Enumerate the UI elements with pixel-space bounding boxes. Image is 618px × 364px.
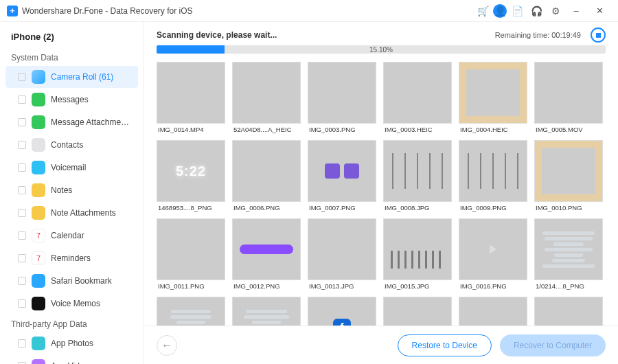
thumbnail[interactable]: 1/0214....8_PNG (534, 218, 603, 290)
thumbnail[interactable]: IMG_0006.PNG (232, 140, 301, 212)
checkbox[interactable] (18, 186, 26, 194)
thumbnail[interactable]: IMG_0005.MOV (534, 62, 603, 133)
checkbox[interactable] (18, 209, 26, 217)
feedback-icon[interactable]: 📄 (508, 2, 526, 20)
sidebar-item[interactable]: Contacts (5, 134, 138, 156)
thumbnail[interactable]: IMG_0008.JPG (383, 140, 452, 212)
checkbox[interactable] (18, 73, 26, 81)
back-button[interactable]: ← (157, 335, 177, 356)
support-icon[interactable]: 🎧 (527, 2, 545, 20)
checkbox[interactable] (18, 231, 26, 240)
thumbnail[interactable]: f (308, 297, 376, 326)
thumbnail-image (459, 140, 527, 202)
thumbnail-caption: IMG_0005.MOV (534, 124, 603, 133)
thumbnail[interactable]: IMG_0003.HEIC (383, 62, 452, 133)
thumbnail-caption: IMG_0016.PNG (459, 280, 527, 290)
checkbox[interactable] (18, 141, 26, 149)
thumbnail-caption: IMG_0004.HEIC (459, 124, 527, 133)
thumbnail-image (232, 218, 301, 280)
checkbox[interactable] (18, 254, 26, 262)
thumbnail[interactable]: IMG_0015.JPG (383, 218, 452, 290)
sidebar-item-label: App Videos (51, 361, 93, 364)
window-close[interactable]: ✕ (588, 2, 611, 20)
section-label: Third-party App Data (0, 315, 144, 332)
thumbnail[interactable]: IMG_0011.PNG (157, 218, 225, 290)
thumbnail[interactable]: IMG_0009.PNG (459, 140, 527, 212)
sidebar-item[interactable]: Camera Roll (61) (5, 66, 138, 88)
sidebar-item[interactable]: Voice Memos (5, 293, 138, 315)
thumbnail[interactable]: 52A04D8....A_HEIC (232, 62, 301, 133)
category-icon (32, 297, 45, 310)
thumbnail[interactable] (157, 297, 225, 326)
remaining-time: Remaining time: 00:19:49 (495, 31, 581, 39)
sidebar-item-label: Camera Roll (61) (51, 72, 113, 82)
category-icon (32, 115, 45, 129)
checkbox[interactable] (18, 299, 26, 308)
thumbnail-image (459, 218, 527, 280)
checkbox[interactable] (18, 118, 26, 126)
thumbnail-image (308, 218, 376, 280)
thumbnail-caption: 1/0214....8_PNG (534, 280, 603, 290)
sidebar-item[interactable]: Safari Bookmark (5, 270, 138, 292)
thumbnail-image (308, 62, 376, 124)
thumbnail[interactable] (232, 297, 301, 326)
category-icon (32, 161, 45, 174)
thumbnail[interactable]: IMG_0003.PNG (308, 62, 376, 133)
thumbnail[interactable] (459, 297, 527, 326)
thumbnail-caption: IMG_0012.PNG (232, 280, 301, 290)
sidebar-item[interactable]: App Photos (5, 332, 138, 354)
category-icon (32, 206, 45, 220)
thumbnail[interactable] (534, 297, 603, 326)
thumbnail-caption: IMG_0007.PNG (308, 202, 376, 212)
thumbnail-caption: IMG_0008.JPG (383, 202, 452, 212)
stop-scan-button[interactable] (591, 27, 606, 43)
thumbnail[interactable]: IMG_0012.PNG (232, 218, 301, 290)
sidebar-item[interactable]: Messages (5, 89, 138, 111)
sidebar-item[interactable]: Note Attachments (5, 202, 138, 224)
sidebar-item[interactable]: 7Reminders (5, 247, 138, 269)
thumbnail-image: f (308, 297, 376, 326)
recover-to-computer-button[interactable]: Recover to Computer (500, 334, 606, 356)
thumbnail-image (534, 218, 603, 280)
gear-icon[interactable]: ⚙ (547, 2, 564, 20)
sidebar-item[interactable]: 7Calendar (5, 225, 138, 247)
restore-to-device-button[interactable]: Restore to Device (398, 334, 492, 356)
thumbnail[interactable]: IMG_0004.HEIC (459, 62, 527, 133)
checkbox[interactable] (18, 95, 26, 104)
thumbnail[interactable]: IMG_0014.MP4 (157, 62, 225, 133)
thumbnail-image (232, 297, 301, 326)
scan-progress: 15.10% (157, 45, 606, 54)
checkbox[interactable] (18, 339, 26, 348)
sidebar-item[interactable]: Message Attachments (5, 111, 138, 133)
sidebar-item[interactable]: Voicemail (5, 157, 138, 179)
thumbnail-grid[interactable]: IMG_0014.MP452A04D8....A_HEICIMG_0003.PN… (144, 59, 618, 326)
category-icon (32, 70, 45, 84)
checkbox[interactable] (18, 163, 26, 172)
sidebar-item[interactable]: Notes (5, 179, 138, 201)
sidebar-item[interactable]: App Videos (5, 355, 138, 364)
sidebar-item-label: Note Attachments (51, 208, 116, 218)
thumbnail[interactable]: IMG_0016.PNG (459, 218, 527, 290)
thumbnail-image (534, 140, 603, 202)
thumbnail-caption: IMG_0003.PNG (308, 124, 376, 133)
sidebar-item-label: Message Attachments (51, 117, 131, 127)
thumbnail-image (383, 62, 452, 124)
window-minimize[interactable]: – (564, 2, 588, 20)
user-icon[interactable]: 👤 (493, 4, 507, 18)
checkbox[interactable] (18, 277, 26, 285)
device-row[interactable]: iPhone (2) (0, 26, 144, 49)
cart-icon[interactable]: 🛒 (474, 2, 492, 20)
thumbnail[interactable]: IMG_0013.JPG (308, 218, 376, 290)
sidebar-item-label: Voice Memos (51, 299, 100, 308)
app-title: Wondershare Dr.Fone - Data Recovery for … (22, 6, 193, 16)
thumbnail[interactable] (383, 297, 452, 326)
thumbnail-image (383, 140, 452, 202)
thumbnail[interactable]: IMG_0010.PNG (534, 140, 603, 212)
category-icon (32, 183, 45, 197)
thumbnail-caption: IMG_0006.PNG (232, 202, 301, 212)
category-icon: 7 (32, 229, 45, 242)
thumbnail[interactable]: 5:221468953....8_PNG (157, 140, 225, 212)
thumbnail[interactable]: IMG_0007.PNG (308, 140, 376, 212)
thumbnail-caption: IMG_0010.PNG (534, 202, 603, 212)
sidebar-item-label: Reminders (51, 253, 91, 263)
